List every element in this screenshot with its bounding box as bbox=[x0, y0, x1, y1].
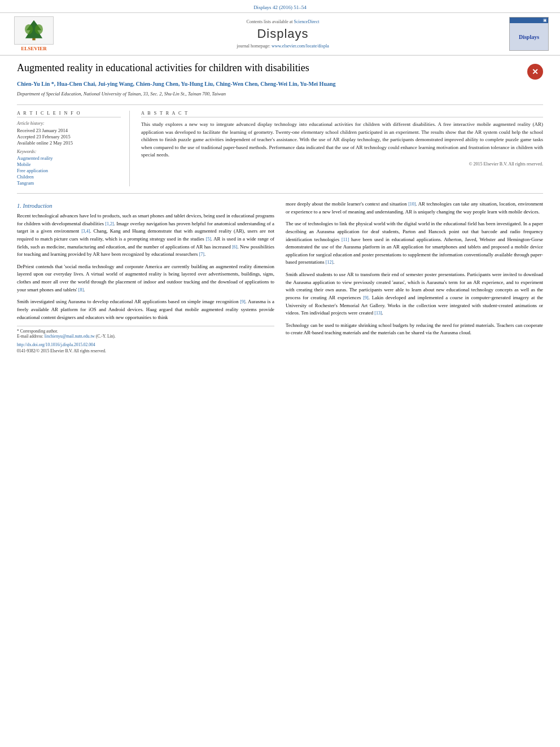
authors: Chien-Yu Lin *, Hua-Chen Chai, Jui-ying … bbox=[17, 80, 543, 89]
history-label: Article history: bbox=[17, 121, 121, 126]
top-banner: ELSEVIER Contents lists available at Sci… bbox=[0, 13, 560, 56]
intro-paragraph-1: Recent technological advances have led t… bbox=[17, 212, 274, 259]
contents-available: Contents lists available at ScienceDirec… bbox=[56, 19, 509, 24]
ref-1-2: [1,2] bbox=[105, 221, 113, 226]
ref-12: [12] bbox=[326, 260, 333, 265]
abstract-heading: A B S T R A C T bbox=[141, 111, 543, 117]
article-title: Augmented reality in educational activit… bbox=[17, 62, 543, 75]
keyword-1: Augmented reality bbox=[17, 155, 121, 161]
crossmark-icon[interactable]: ✕ bbox=[527, 64, 543, 80]
article-info-column: A R T I C L E I N F O Article history: R… bbox=[17, 111, 130, 186]
body-right-column: more deeply about the mobile learner's c… bbox=[286, 200, 543, 353]
ref-11: [11] bbox=[342, 237, 349, 242]
footnote-area: * Corresponding author. E-mail address: … bbox=[17, 326, 274, 353]
body-section: 1. Introduction Recent technological adv… bbox=[17, 200, 543, 353]
article-info-heading: A R T I C L E I N F O bbox=[17, 111, 121, 117]
elsevier-logo: ELSEVIER bbox=[11, 16, 56, 51]
main-content: ✕ Augmented reality in educational activ… bbox=[0, 56, 560, 359]
ref-6: [6] bbox=[232, 244, 237, 250]
journal-title: Displays bbox=[56, 27, 509, 41]
keyword-3: Free application bbox=[17, 168, 121, 173]
article-title-section: ✕ Augmented reality in educational activ… bbox=[17, 62, 543, 105]
ref-5: [5] bbox=[205, 237, 211, 242]
svg-point-2 bbox=[25, 24, 33, 34]
right-paragraph-4: Technology can be used to mitigate shrin… bbox=[286, 322, 543, 337]
ref-9b: [9] bbox=[363, 295, 368, 300]
keyword-2: Mobile bbox=[17, 161, 121, 167]
svg-point-3 bbox=[35, 24, 43, 34]
ref-7: [7] bbox=[199, 252, 204, 257]
elsevier-brand: ELSEVIER bbox=[21, 46, 47, 51]
abstract-column: A B S T R A C T This study explores a ne… bbox=[141, 111, 543, 186]
right-paragraph-2: The use of technologies to link the phys… bbox=[286, 220, 543, 267]
ref-9: [9] bbox=[240, 299, 245, 304]
keyword-5: Tangram bbox=[17, 180, 121, 186]
keywords-label: Keywords: bbox=[17, 149, 121, 154]
ref-3-4: [3,4] bbox=[81, 229, 90, 234]
accepted-date: Accepted 23 February 2015 bbox=[17, 134, 121, 139]
science-direct-link[interactable]: ScienceDirect bbox=[294, 19, 320, 24]
abstract-text: This study explores a new way to integra… bbox=[141, 121, 543, 159]
copyright: © 2015 Elsevier B.V. All rights reserved… bbox=[141, 161, 543, 167]
right-paragraph-1: more deeply about the mobile learner's c… bbox=[286, 200, 543, 216]
ref-10: [10] bbox=[408, 202, 415, 207]
homepage-url: journal homepage: www.elsevier.com/locat… bbox=[56, 43, 509, 49]
body-left-column: 1. Introduction Recent technological adv… bbox=[17, 200, 274, 353]
available-date: Available online 2 May 2015 bbox=[17, 140, 121, 146]
doi-link[interactable]: http://dx.doi.org/10.1016/j.displa.2015.… bbox=[17, 342, 274, 347]
received-date: Received 23 January 2014 bbox=[17, 128, 121, 133]
article-info-abstract-section: A R T I C L E I N F O Article history: R… bbox=[17, 111, 543, 194]
issn-line: 0141-9382/© 2015 Elsevier B.V. All right… bbox=[17, 348, 274, 353]
ref-13: [13] bbox=[374, 311, 382, 316]
introduction-title: 1. Introduction bbox=[17, 203, 274, 209]
corresponding-author-note: * Corresponding author. bbox=[17, 329, 274, 334]
displays-thumbnail: ▣ Displays bbox=[509, 17, 549, 51]
affiliation: Department of Special Education, Nationa… bbox=[17, 91, 543, 97]
author-email[interactable]: linchienyu@mail.nutn.edu.tw bbox=[45, 334, 95, 339]
intro-paragraph-3: Smith investigated using Aurasma to deve… bbox=[17, 298, 274, 321]
ref-8: [8] bbox=[78, 287, 84, 292]
keyword-4: Children bbox=[17, 174, 121, 180]
banner-center: Contents lists available at ScienceDirec… bbox=[56, 19, 509, 49]
right-paragraph-3: Smith allowed students to use AR to tran… bbox=[286, 271, 543, 317]
homepage-link[interactable]: www.elsevier.com/locate/displa bbox=[272, 43, 329, 49]
elsevier-logo-image bbox=[14, 16, 54, 45]
intro-paragraph-2: DePriest contends that 'social media tec… bbox=[17, 263, 274, 294]
journal-citation: Displays 42 (2016) 51–54 bbox=[0, 0, 560, 13]
email-line: E-mail address: linchienyu@mail.nutn.edu… bbox=[17, 334, 274, 339]
